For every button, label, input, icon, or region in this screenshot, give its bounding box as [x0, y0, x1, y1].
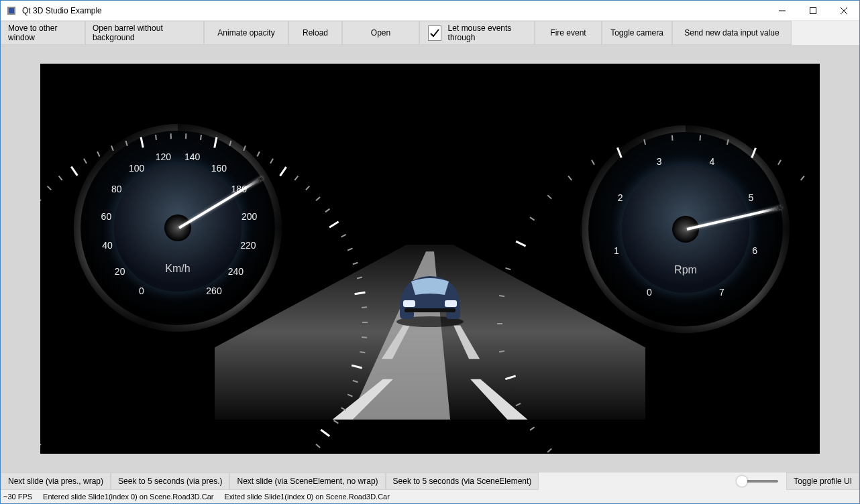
window-title: Qt 3D Studio Example — [22, 6, 767, 15]
svg-rect-16 — [405, 308, 455, 312]
animate-opacity-button[interactable]: Animate opacity — [204, 21, 288, 45]
svg-rect-14 — [403, 300, 415, 307]
tachometer-unit: Rpm — [674, 264, 697, 276]
fps-label: ~30 FPS — [3, 493, 32, 501]
viewport-container: 020406080100120140160180200220240260 Km/… — [1, 45, 859, 472]
profile-slider[interactable] — [733, 472, 786, 490]
move-window-button[interactable]: Move to other window — [1, 21, 85, 45]
entered-slide-label: Entered slide Slide1(index 0) on Scene.R… — [43, 493, 213, 501]
next-slide-scene-button[interactable]: Next slide (via SceneElement, no wrap) — [229, 472, 385, 490]
send-data-button[interactable]: Send new data input value — [672, 21, 792, 45]
fire-event-button[interactable]: Fire event — [535, 21, 602, 45]
toggle-camera-button[interactable]: Toggle camera — [602, 21, 672, 45]
exited-slide-label: Exited slide Slide1(index 0) on Scene.Ro… — [224, 493, 389, 501]
seek-5-scene-button[interactable]: Seek to 5 seconds (via SceneElement) — [386, 472, 539, 490]
svg-rect-3 — [810, 7, 816, 13]
titlebar: Qt 3D Studio Example — [1, 1, 859, 21]
speedometer-gauge: 020406080100120140160180200220240260 Km/… — [74, 124, 282, 332]
status-bar: ~30 FPS Entered slide Slide1(index 0) on… — [1, 490, 859, 503]
top-toolbar: Move to other window Open barrel without… — [1, 21, 859, 45]
bottom-toolbar: Next slide (via pres., wrap) Seek to 5 s… — [1, 472, 859, 490]
open-barrel-button[interactable]: Open barrel without background — [85, 21, 204, 45]
toggle-profile-button[interactable]: Toggle profile UI — [786, 472, 859, 490]
car-icon — [390, 267, 470, 327]
seek-5-pres-button[interactable]: Seek to 5 seconds (via pres.) — [111, 472, 229, 490]
let-mouse-label: Let mouse events through — [448, 23, 526, 42]
reload-button[interactable]: Reload — [288, 21, 342, 45]
speedometer-unit: Km/h — [165, 263, 190, 275]
svg-rect-1 — [9, 8, 14, 13]
tachometer-gauge: 01234567 Rpm — [582, 125, 790, 333]
open-button[interactable]: Open — [342, 21, 419, 45]
svg-rect-15 — [445, 300, 457, 307]
3d-viewport[interactable]: 020406080100120140160180200220240260 Km/… — [40, 64, 820, 454]
next-slide-pres-button[interactable]: Next slide (via pres., wrap) — [1, 472, 111, 490]
app-icon — [6, 5, 17, 16]
minimize-button[interactable] — [767, 1, 798, 21]
close-button[interactable] — [828, 1, 859, 21]
maximize-button[interactable] — [798, 1, 828, 21]
let-mouse-through-toggle[interactable]: Let mouse events through — [419, 21, 535, 45]
checkbox-checked-icon — [428, 25, 441, 41]
